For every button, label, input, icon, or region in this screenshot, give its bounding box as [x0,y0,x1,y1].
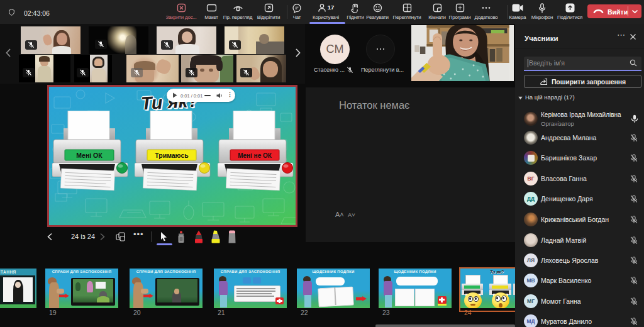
svg-text:Мені ОК: Мені ОК [76,152,103,159]
svg-text:Тримаюсь: Тримаюсь [155,152,189,159]
svg-text:Мені не ОК: Мені не ОК [238,152,272,159]
